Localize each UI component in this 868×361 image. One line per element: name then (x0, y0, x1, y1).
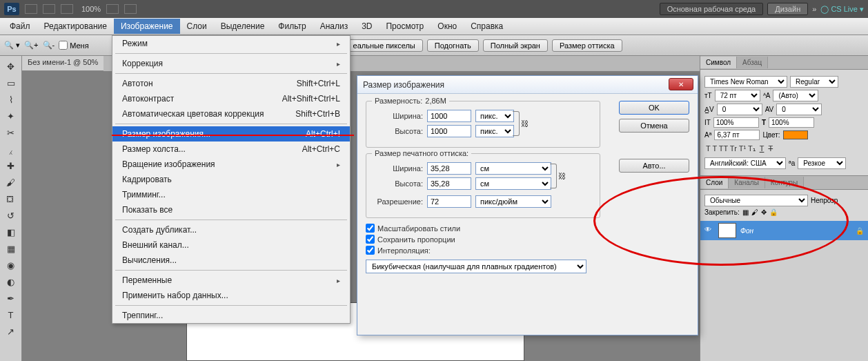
doc-width-input[interactable] (427, 162, 471, 175)
language-select[interactable]: Английский: США (704, 157, 786, 169)
font-family-select[interactable]: Times New Roman (704, 76, 787, 88)
font-style-select[interactable]: Regular (790, 76, 838, 88)
resample-checkbox[interactable] (366, 246, 375, 255)
menu-mode[interactable]: Режим (112, 36, 350, 51)
menu-select[interactable]: Выделение (214, 19, 272, 34)
pixel-width-input[interactable] (427, 110, 471, 122)
menu-edit[interactable]: Редактирование (37, 19, 114, 34)
tab-character[interactable]: Символ (700, 57, 737, 68)
lock-pixels-icon[interactable]: ▦ (742, 208, 749, 216)
layer-row-background[interactable]: 👁 Фон 🔒 (700, 221, 868, 240)
menu-layer[interactable]: Слои (180, 19, 214, 34)
pixel-width-unit[interactable]: пикс. (475, 110, 514, 122)
fit-screen-button[interactable]: Подогнать (427, 39, 479, 52)
baseline-input[interactable] (714, 130, 760, 140)
design-button[interactable]: Дизайн (767, 3, 808, 15)
layer-thumbnail[interactable] (718, 223, 736, 238)
type-tool-icon[interactable]: T (3, 309, 19, 321)
menu-apply-dataset[interactable]: Применить набор данных... (112, 288, 350, 303)
resolution-unit[interactable]: пикс/дюйм (475, 195, 551, 208)
crop-tool-icon[interactable]: ✂ (3, 126, 19, 139)
menu-file[interactable]: Файл (3, 19, 37, 34)
tab-layers[interactable]: Слои (700, 177, 729, 188)
arrange-icon[interactable] (106, 4, 119, 14)
eyedropper-tool-icon[interactable]: ⁁ (3, 143, 19, 155)
eraser-tool-icon[interactable]: ◧ (3, 226, 19, 238)
font-size-select[interactable]: 72 пт (715, 90, 760, 101)
pen-tool-icon[interactable]: ✒ (3, 292, 19, 304)
menu-autocolor[interactable]: Автоматическая цветовая коррекцияShift+C… (112, 106, 350, 121)
tracking-select[interactable]: 0 (776, 104, 822, 115)
fullscreen-button[interactable]: Полный экран (483, 39, 548, 52)
menu-help[interactable]: Справка (464, 19, 510, 34)
heal-tool-icon[interactable]: ✚ (3, 159, 19, 172)
menu-calculations[interactable]: Вычисления... (112, 253, 350, 268)
blur-tool-icon[interactable]: ◉ (3, 259, 19, 271)
move-tool-icon[interactable]: ✥ (3, 60, 19, 72)
menu-filter[interactable]: Фильтр (271, 19, 313, 34)
constrain-checkbox[interactable] (366, 235, 375, 244)
chain-icon[interactable]: ⛓ (558, 172, 566, 180)
scale-styles-checkbox[interactable] (366, 224, 375, 233)
menu-apply-image[interactable]: Внешний канал... (112, 237, 350, 253)
lock-all-icon[interactable]: 🔒 (769, 208, 778, 216)
lasso-tool-icon[interactable]: ⌇ (3, 93, 19, 106)
cslive-link[interactable]: ◯ CS Live ▾ (820, 5, 864, 14)
zoom-in-icon[interactable]: 🔍+ (24, 41, 38, 50)
gradient-tool-icon[interactable]: ▦ (3, 242, 19, 255)
zoom-out-icon[interactable]: 🔍- (43, 41, 55, 50)
menu-crop[interactable]: Кадрировать (112, 172, 350, 187)
menu-variables[interactable]: Переменные (112, 273, 350, 288)
resolution-input[interactable] (427, 195, 471, 208)
pixel-height-input[interactable] (427, 125, 471, 137)
ok-button[interactable]: OK (619, 101, 689, 115)
menu-autocontrast[interactable]: АвтоконтрастAlt+Shift+Ctrl+L (112, 91, 350, 106)
path-tool-icon[interactable]: ↗ (3, 325, 19, 338)
print-size-button[interactable]: Размер оттиска (552, 39, 622, 52)
document-tab[interactable]: Без имени-1 @ 50% (22, 56, 103, 71)
menu-canvas-size[interactable]: Размер холста...Alt+Ctrl+C (112, 142, 350, 157)
minibridge-icon[interactable] (43, 4, 55, 14)
tab-paths[interactable]: Контуры (765, 177, 804, 188)
text-color-swatch[interactable] (783, 130, 808, 139)
doc-width-unit[interactable]: см (475, 162, 551, 175)
dialog-titlebar[interactable]: Размер изображения ✕ (357, 76, 698, 94)
menu-autotone[interactable]: АвтотонShift+Ctrl+L (112, 76, 350, 91)
kerning-select[interactable]: 0 (717, 104, 762, 115)
screen-mode-icon[interactable] (61, 4, 73, 14)
doc-height-unit[interactable]: см (475, 177, 551, 190)
zoom-tool-icon[interactable]: 🔍 ▾ (4, 41, 20, 50)
vscale-input[interactable] (713, 117, 759, 128)
lock-move-icon[interactable]: ✥ (761, 208, 767, 216)
antialias-select[interactable]: Резкое (798, 157, 846, 169)
dodge-tool-icon[interactable]: ◐ (3, 275, 19, 288)
menu-image-size[interactable]: Размер изображения...Alt+Ctrl+I (112, 126, 350, 142)
leading-select[interactable]: (Авто) (773, 90, 818, 101)
bridge-icon[interactable] (25, 4, 37, 14)
workspace-button[interactable]: Основная рабочая среда (660, 3, 764, 15)
type-style-buttons[interactable]: T T TT Tr T¹ T₁ T T (706, 144, 862, 153)
actual-pixels-button[interactable]: еальные пикселы (346, 39, 423, 52)
menu-rotation[interactable]: Вращение изображения (112, 157, 350, 172)
lock-brush-icon[interactable]: 🖌 (751, 208, 758, 216)
menu-image[interactable]: Изображение (114, 19, 180, 34)
hscale-input[interactable] (769, 117, 814, 128)
menu-reveal-all[interactable]: Показать все (112, 202, 350, 217)
menu-window[interactable]: Окно (431, 19, 464, 34)
close-button[interactable]: ✕ (669, 78, 693, 90)
marquee-tool-icon[interactable]: ▭ (3, 77, 19, 89)
cancel-button[interactable]: Отмена (619, 119, 689, 133)
pixel-height-unit[interactable]: пикс. (475, 125, 514, 137)
doc-height-input[interactable] (427, 177, 471, 190)
visibility-icon[interactable]: 👁 (704, 226, 714, 235)
auto-button[interactable]: Авто... (619, 159, 689, 173)
brush-tool-icon[interactable]: 🖌 (3, 176, 19, 188)
blend-mode-select[interactable]: Обычные (704, 195, 808, 206)
menu-3d[interactable]: 3D (355, 19, 379, 34)
wand-tool-icon[interactable]: ✦ (3, 110, 19, 122)
stamp-tool-icon[interactable]: ⛋ (3, 193, 19, 205)
menu-trim[interactable]: Тримминг... (112, 187, 350, 202)
resample-method-select[interactable]: Бикубическая (наилучшая для плавных град… (366, 260, 586, 273)
menu-adjustments[interactable]: Коррекция (112, 56, 350, 71)
chain-icon[interactable]: ⛓ (521, 119, 529, 128)
